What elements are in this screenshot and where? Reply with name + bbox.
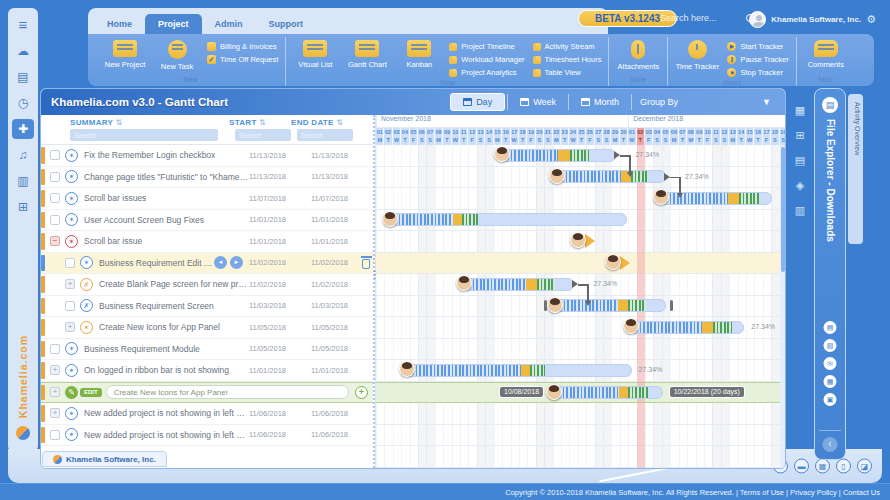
expander-plus-icon[interactable]: + bbox=[65, 322, 75, 332]
view-day-button[interactable]: Day bbox=[450, 93, 505, 111]
column-header-start[interactable]: START ⇅ bbox=[229, 118, 291, 127]
mail-icon[interactable]: ✉ bbox=[824, 357, 837, 370]
assignee-avatar[interactable] bbox=[456, 275, 472, 291]
ribbon-item-new-task[interactable]: New Task bbox=[155, 38, 199, 74]
gantt-row[interactable]: 27.34% bbox=[376, 360, 785, 382]
expander-plus-icon[interactable]: + bbox=[50, 365, 60, 375]
gantt-row[interactable] bbox=[376, 296, 785, 318]
move-right-button[interactable]: ► bbox=[230, 256, 243, 269]
image-icon[interactable]: ▧ bbox=[824, 339, 837, 352]
ribbon-item-attachments[interactable]: Attachments bbox=[616, 38, 660, 74]
expander-plus-icon[interactable]: + bbox=[50, 387, 60, 397]
ribbon-item-workload-manager[interactable]: Workload Manager bbox=[449, 55, 524, 64]
gear-icon[interactable]: ⚙ bbox=[866, 13, 876, 26]
notes-icon[interactable]: ▥ bbox=[795, 204, 805, 217]
ribbon-item-timesheet-hours[interactable]: Timesheet Hours bbox=[533, 55, 602, 64]
expander-minus-icon[interactable]: − bbox=[50, 236, 60, 246]
assignee-avatar[interactable] bbox=[623, 318, 639, 334]
column-header-end[interactable]: END DATE ⇅ bbox=[291, 118, 353, 127]
tab-project[interactable]: Project bbox=[145, 14, 202, 34]
workflow-notes-icon[interactable]: ♫ bbox=[12, 145, 34, 165]
gantt-row[interactable] bbox=[376, 145, 785, 167]
group-by-dropdown[interactable]: Group By▼ bbox=[631, 94, 779, 110]
resize-handle-left[interactable] bbox=[544, 300, 547, 311]
card-icon[interactable]: ▬ bbox=[794, 459, 809, 474]
gantt-row[interactable] bbox=[376, 403, 785, 425]
ribbon-item-time-tracker[interactable]: Time Tracker bbox=[675, 38, 719, 77]
gantt-bar[interactable] bbox=[460, 278, 574, 291]
document-icon[interactable]: ▥ bbox=[12, 171, 34, 191]
report-icon[interactable]: ▯ bbox=[836, 459, 851, 474]
calculator-icon[interactable]: ▦ bbox=[815, 459, 830, 474]
company-footer-tab[interactable]: Khamelia Software, Inc. bbox=[42, 451, 167, 467]
gantt-row[interactable] bbox=[376, 339, 785, 361]
hamburger-menu-icon[interactable]: ≡ bbox=[12, 15, 34, 35]
ribbon-item-stop-tracker[interactable]: ■Stop Tracker bbox=[727, 68, 788, 77]
gantt-row[interactable] bbox=[376, 210, 785, 232]
assignee-avatar[interactable] bbox=[547, 297, 563, 313]
table-row[interactable]: ✶Change page titles "Futuristic" to "Kha… bbox=[41, 167, 373, 189]
ribbon-item-new-project[interactable]: New Project bbox=[103, 38, 147, 74]
summary-search-input[interactable] bbox=[70, 129, 218, 141]
sort-icon[interactable]: ⇅ bbox=[336, 118, 343, 127]
assignee-avatar[interactable] bbox=[653, 189, 669, 205]
row-checkbox[interactable] bbox=[50, 193, 60, 203]
table-row[interactable]: ✗Business Requirement Screen11/03/201811… bbox=[41, 296, 373, 318]
grid-icon[interactable]: ▦ bbox=[824, 375, 837, 388]
assignee-avatar[interactable] bbox=[549, 168, 565, 184]
row-checkbox[interactable] bbox=[50, 172, 60, 182]
ribbon-item-table-view[interactable]: Table View bbox=[533, 68, 602, 77]
gantt-row[interactable]: 10/08/201810/22/2018 (20 days) bbox=[376, 382, 785, 404]
activity-overview-tab[interactable]: Activity Overview bbox=[848, 94, 863, 244]
assignee-avatar[interactable] bbox=[546, 384, 562, 400]
table-row[interactable]: ✶Business Requirement Module11/05/201811… bbox=[41, 339, 373, 361]
tab-support[interactable]: Support bbox=[256, 14, 317, 34]
row-checkbox[interactable] bbox=[50, 150, 60, 160]
table-chart-splitter[interactable] bbox=[373, 115, 375, 468]
row-checkbox[interactable] bbox=[65, 258, 75, 268]
table-row[interactable]: +✶Create New Icons for App Panel11/05/20… bbox=[41, 317, 373, 339]
expander-plus-icon[interactable]: + bbox=[65, 279, 75, 289]
export-document-icon[interactable]: ⊞ bbox=[12, 197, 34, 217]
gantt-bar[interactable] bbox=[657, 192, 772, 205]
calendar-clock-icon[interactable]: ◷ bbox=[12, 93, 34, 113]
gantt-row[interactable] bbox=[376, 167, 785, 189]
table-row[interactable]: +✶New added project is not showing in le… bbox=[41, 403, 373, 425]
ribbon-item-kanban[interactable]: Kanban bbox=[397, 38, 441, 77]
chart-scrollbar[interactable] bbox=[780, 145, 785, 469]
milestone-arrow-icon[interactable] bbox=[585, 234, 595, 248]
ribbon-item-gantt-chart[interactable]: Gantt Chart bbox=[345, 38, 389, 77]
table-row[interactable]: +✗Create Blank Page screen for new proje… bbox=[41, 274, 373, 296]
table-row[interactable]: −✶Scroll bar issue11/01/201811/01/2018 bbox=[41, 231, 373, 253]
checkbox-icon[interactable]: ✓ bbox=[207, 55, 216, 64]
ribbon-item-pause-tracker[interactable]: ∥Pause Tracker bbox=[727, 55, 788, 64]
assignee-avatar[interactable] bbox=[605, 254, 621, 270]
view-week-button[interactable]: Week bbox=[507, 94, 568, 110]
gantt-bar[interactable] bbox=[551, 299, 666, 312]
collapse-panel-icon[interactable]: ‹ bbox=[823, 437, 838, 452]
gantt-bar[interactable] bbox=[553, 170, 667, 183]
resize-handle-right[interactable] bbox=[670, 300, 673, 311]
assignee-avatar[interactable] bbox=[494, 146, 510, 162]
row-checkbox[interactable] bbox=[50, 344, 60, 354]
gantt-bar[interactable] bbox=[498, 149, 617, 162]
gantt-row[interactable] bbox=[376, 253, 785, 275]
gantt-row[interactable]: 27.34% bbox=[376, 317, 785, 339]
file-explorer-icon[interactable]: ▤ bbox=[822, 97, 838, 113]
gantt-row[interactable] bbox=[376, 231, 785, 253]
sort-icon[interactable]: ⇅ bbox=[259, 118, 266, 127]
ribbon-item-start-tracker[interactable]: ▶Start Tracker bbox=[727, 42, 788, 51]
ribbon-item-project-timeline[interactable]: Project Timeline bbox=[449, 42, 524, 51]
row-checkbox[interactable] bbox=[50, 215, 60, 225]
move-left-button[interactable]: ◄ bbox=[214, 256, 227, 269]
table-row[interactable]: ✶Fix the Remember Login checkbox11/13/20… bbox=[41, 145, 373, 167]
gantt-bar[interactable] bbox=[386, 213, 626, 226]
compose-icon[interactable]: ◪ bbox=[857, 459, 872, 474]
list-icon[interactable]: ▤ bbox=[795, 154, 805, 167]
row-checkbox[interactable] bbox=[50, 430, 60, 440]
ribbon-item-comments[interactable]: Comments bbox=[804, 38, 848, 74]
chart-scrollbar-thumb[interactable] bbox=[781, 147, 785, 272]
avatar[interactable] bbox=[749, 11, 766, 28]
sort-icon[interactable]: ⇅ bbox=[116, 118, 123, 127]
table-row[interactable]: ✶User Account Screen Bug Fixes11/01/2018… bbox=[41, 210, 373, 232]
